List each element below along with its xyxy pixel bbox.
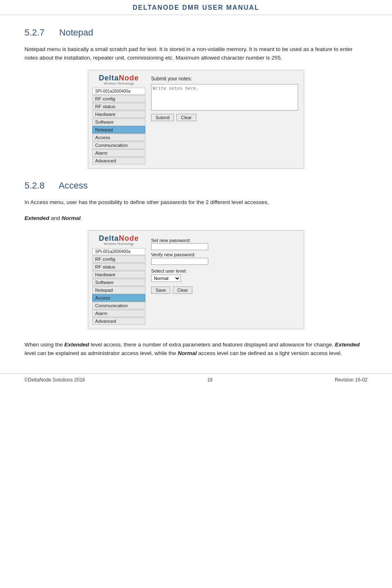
logo-node: Node bbox=[119, 74, 139, 82]
access-button-row: Save Clear bbox=[151, 286, 298, 294]
page-footer: ©DeltaNode Solutions 2016 18 Revision 16… bbox=[0, 373, 392, 386]
logo-delta: Delta bbox=[99, 74, 119, 82]
access-logo-node: Node bbox=[119, 234, 139, 242]
user-level-row: Normal Extended bbox=[151, 275, 298, 282]
clear-button-access[interactable]: Clear bbox=[173, 286, 192, 294]
user-level-select[interactable]: Normal Extended bbox=[151, 275, 181, 282]
section-528-number: 5.2.8 bbox=[24, 180, 45, 191]
section-528-heading: 5.2.8 Access bbox=[24, 180, 368, 191]
sidebar-item-access[interactable]: Access bbox=[92, 134, 145, 141]
section-527-title: Notepad bbox=[59, 27, 93, 38]
section-527-heading: 5.2.7 Notepad bbox=[24, 27, 368, 38]
access-logo-sub: Wireless Technology bbox=[104, 242, 134, 245]
section-527-number: 5.2.7 bbox=[24, 27, 45, 38]
notes-textarea[interactable] bbox=[151, 84, 298, 111]
notepad-main-panel: Submit your notes: Submit Clear bbox=[149, 74, 300, 164]
access-sidebar-software[interactable]: Software bbox=[92, 279, 145, 286]
logo-delta-node: DeltaNode bbox=[99, 74, 139, 82]
body3-end: access level can be defined as a light v… bbox=[197, 350, 342, 356]
sidebar-item-communication[interactable]: Communication bbox=[92, 142, 145, 149]
access-screenshot: DeltaNode Wireless Technology SPI-001a26… bbox=[88, 230, 304, 329]
header-title: DELTANODE DMR USER MANUAL bbox=[133, 4, 260, 11]
body3-mid1: level access, there a number of extra pa… bbox=[89, 342, 335, 348]
panel-submit-label: Submit your notes: bbox=[151, 76, 298, 82]
footer-page-number: 18 bbox=[207, 377, 212, 383]
body3-extended2: Extended bbox=[335, 342, 360, 348]
section-528-normal: Normal bbox=[62, 215, 81, 221]
submit-button[interactable]: Submit bbox=[151, 114, 174, 121]
sidebar-item-rfstatus[interactable]: RF status bbox=[92, 103, 145, 110]
logo-sub: Wireless Technology bbox=[104, 82, 134, 85]
section-528-body3: When using the Extended level access, th… bbox=[24, 341, 368, 358]
body3-mid2: level can be explained as administrator … bbox=[24, 350, 178, 356]
section-528-body1: In Access menu, user has the possibility… bbox=[24, 198, 368, 207]
section-528-extended: Extended bbox=[24, 215, 49, 221]
footer-copyright: ©DeltaNode Solutions 2016 bbox=[24, 377, 85, 383]
section-527-body: Notepad menu is basically a small scratc… bbox=[24, 45, 368, 62]
access-sidebar-hardware[interactable]: Hardware bbox=[92, 271, 145, 278]
access-sidebar-alarm[interactable]: Alarm bbox=[92, 310, 145, 317]
sidebar-id[interactable]: SPI-001a2600400a bbox=[92, 88, 145, 95]
section-528-body2: Extended and Normal. bbox=[24, 214, 368, 223]
access-sidebar-rfstatus[interactable]: RF status bbox=[92, 263, 145, 271]
access-sidebar-rfconfig[interactable]: RF config bbox=[92, 255, 145, 263]
access-form: Set new password: Verify new password: S… bbox=[151, 238, 298, 294]
access-logo-delta: Delta bbox=[99, 234, 119, 242]
access-sidebar: DeltaNode Wireless Technology SPI-001a26… bbox=[92, 235, 145, 325]
access-sidebar-access[interactable]: Access bbox=[92, 294, 145, 302]
sidebar-logo: DeltaNode Wireless Technology bbox=[92, 74, 145, 85]
set-password-label: Set new password: bbox=[151, 238, 298, 251]
body3-pre: When using the bbox=[24, 342, 65, 348]
section-528-body1-text: In Access menu, user has the possibility… bbox=[24, 199, 269, 205]
body3-extended1: Extended bbox=[65, 342, 89, 348]
sidebar-item-advanced[interactable]: Advanced bbox=[92, 157, 145, 164]
notepad-screenshot: DeltaNode Wireless Technology SPI-001a26… bbox=[88, 70, 304, 169]
clear-button-notepad[interactable]: Clear bbox=[176, 114, 196, 121]
sidebar-item-alarm[interactable]: Alarm bbox=[92, 149, 145, 157]
section-528-title: Access bbox=[59, 180, 88, 191]
user-level-section: Select user level: Normal Extended bbox=[151, 268, 298, 282]
verify-password-section: Verify new password: bbox=[151, 252, 298, 265]
footer-revision: Revision 16-02 bbox=[335, 377, 368, 383]
sidebar-item-software[interactable]: Software bbox=[92, 118, 145, 126]
save-button[interactable]: Save bbox=[151, 286, 170, 294]
page-header: DELTANODE DMR USER MANUAL bbox=[0, 0, 392, 15]
access-sidebar-notepad[interactable]: Notepad bbox=[92, 286, 145, 294]
sidebar-item-rfconfig[interactable]: RF config bbox=[92, 95, 145, 102]
set-password-input[interactable] bbox=[151, 243, 208, 250]
access-main-panel: Set new password: Verify new password: S… bbox=[149, 235, 300, 325]
body3-normal: Normal bbox=[178, 350, 197, 356]
access-sidebar-id[interactable]: SPI-001a2600400a bbox=[92, 248, 145, 255]
access-sidebar-communication[interactable]: Communication bbox=[92, 302, 145, 309]
access-logo-delta-node: DeltaNode bbox=[99, 235, 139, 242]
verify-password-input[interactable] bbox=[151, 258, 208, 265]
section-528-end: . bbox=[80, 215, 82, 221]
notepad-sidebar: DeltaNode Wireless Technology SPI-001a26… bbox=[92, 74, 145, 164]
access-sidebar-advanced[interactable]: Advanced bbox=[92, 317, 145, 325]
sidebar-item-notepad[interactable]: Notepad bbox=[92, 126, 145, 133]
notepad-button-row: Submit Clear bbox=[151, 114, 298, 121]
sidebar-item-hardware[interactable]: Hardware bbox=[92, 111, 145, 118]
access-sidebar-logo: DeltaNode Wireless Technology bbox=[92, 235, 145, 245]
section-528-and: and bbox=[49, 215, 62, 221]
